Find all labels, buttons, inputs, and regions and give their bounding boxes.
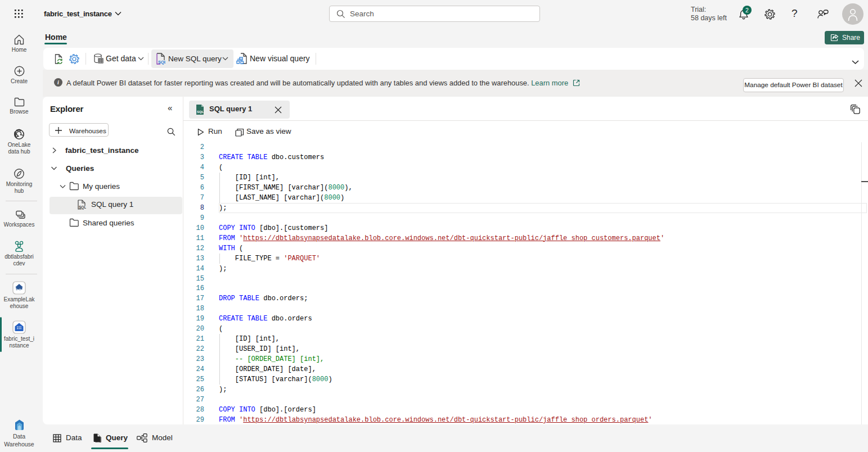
svg-text:SQL: SQL: [158, 60, 165, 65]
svg-text:SQL: SQL: [197, 110, 204, 114]
svg-text:SQL: SQL: [79, 205, 86, 210]
